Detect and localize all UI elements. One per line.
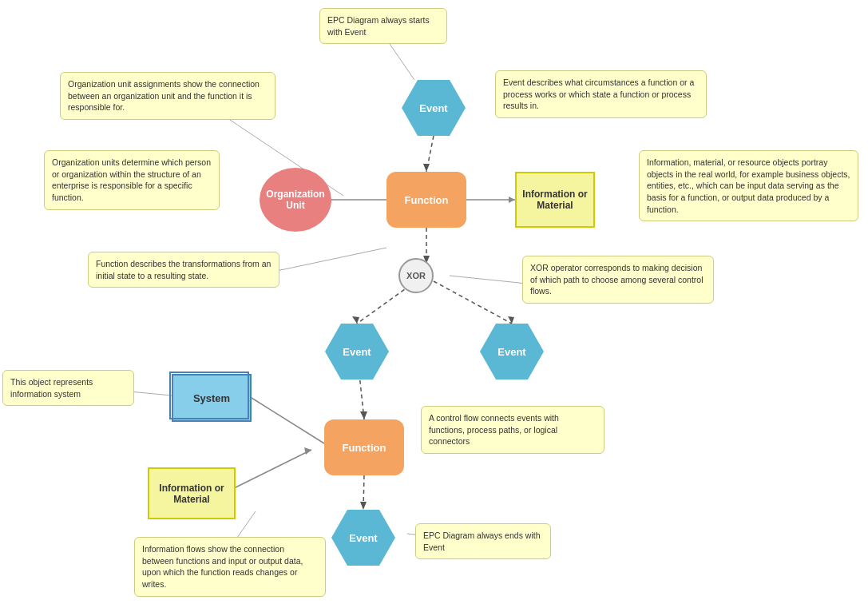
svg-line-18	[390, 44, 414, 80]
function-bottom-box: Function	[324, 419, 404, 475]
system-node: System	[172, 374, 252, 422]
note-epc-ends: EPC Diagram always ends with Event	[415, 523, 551, 559]
note-function-describes: Function describes the transformations f…	[88, 252, 279, 288]
svg-line-22	[450, 276, 527, 284]
note-control-flow: A control flow connects events with func…	[421, 406, 604, 454]
event-left-hex: Event	[325, 324, 389, 380]
note-org-determine: Organization units determine which perso…	[44, 150, 220, 210]
note-info-flows: Information flows show the connection be…	[134, 537, 326, 597]
info-material-bottom-node: Information or Material	[148, 467, 236, 519]
function-main-node: Function	[386, 172, 466, 228]
event-right-hex: Event	[480, 324, 544, 380]
epc-diagram: EPC Diagram always starts with Event Eve…	[0, 0, 868, 608]
function-bottom-node: Function	[324, 419, 404, 475]
svg-line-10	[363, 475, 364, 510]
svg-marker-1	[423, 164, 430, 172]
info-material-bottom-box: Information or Material	[148, 467, 236, 519]
svg-line-6	[434, 281, 512, 324]
xor-node: XOR	[398, 258, 434, 293]
info-material-top-node: Information or Material	[515, 172, 595, 228]
svg-line-16	[228, 450, 311, 491]
org-unit-ellipse: Organization Unit	[260, 168, 331, 232]
function-main-box: Function	[386, 172, 466, 228]
svg-marker-5	[352, 316, 359, 324]
event-bottom-node: Event	[331, 510, 395, 566]
svg-line-15	[252, 398, 324, 443]
event-right-node: Event	[480, 324, 544, 380]
xor-circle: XOR	[398, 258, 434, 293]
event-left-node: Event	[325, 324, 389, 380]
note-xor: XOR operator corresponds to making decis…	[522, 256, 714, 304]
svg-marker-7	[508, 316, 514, 324]
svg-marker-9	[360, 411, 367, 419]
info-material-top-box: Information or Material	[515, 172, 595, 228]
svg-line-0	[426, 136, 434, 172]
note-org-assignments: Organization unit assignments show the c…	[60, 72, 275, 120]
event-bottom-hex: Event	[331, 510, 395, 566]
svg-marker-14	[509, 197, 515, 203]
note-info-material: Information, material, or resource objec…	[639, 150, 858, 221]
system-box: System	[172, 374, 252, 422]
svg-marker-17	[304, 447, 311, 455]
note-system: This object represents information syste…	[2, 370, 134, 406]
event-top-node: Event	[402, 80, 466, 136]
note-epc-starts: EPC Diagram always starts with Event	[319, 8, 447, 44]
svg-marker-11	[360, 502, 367, 510]
event-top-hex: Event	[402, 80, 466, 136]
org-unit-node: Organization Unit	[260, 168, 331, 232]
note-event-describes: Event describes what circumstances a fun…	[495, 70, 707, 118]
svg-line-23	[129, 391, 172, 395]
